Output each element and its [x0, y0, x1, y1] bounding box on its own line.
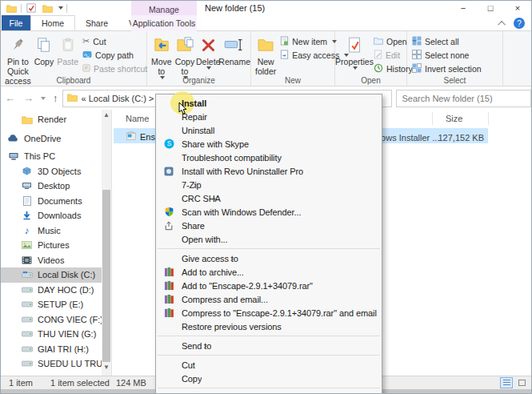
- search-input[interactable]: [397, 90, 531, 107]
- rename-button[interactable]: Rename: [220, 33, 249, 67]
- column-divider: [488, 112, 489, 125]
- sidebar-item-videos[interactable]: Videos: [1, 253, 102, 268]
- menu-item-install[interactable]: Install: [156, 96, 382, 110]
- menu-item-scan-with-defender[interactable]: Scan with Windows Defender...: [156, 205, 382, 219]
- new-folder-icon[interactable]: [41, 2, 54, 14]
- select-all-button[interactable]: Select all: [410, 34, 484, 48]
- toolbar-separator: [66, 4, 67, 13]
- folder-icon[interactable]: [5, 2, 18, 14]
- sidebar-item-giai-tri-h[interactable]: GIAI TRI (H:): [1, 342, 102, 357]
- minimize-button[interactable]: −: [450, 1, 477, 15]
- help-icon[interactable]: ?: [514, 18, 525, 29]
- scroll-up-icon[interactable]: ▲: [102, 110, 111, 119]
- forward-button[interactable]: →: [19, 92, 38, 104]
- sidebar-item-cong-viec-f[interactable]: CONG VIEC (F:): [1, 312, 102, 328]
- menu-item-share[interactable]: Share: [156, 219, 382, 232]
- sidebar-item-desktop[interactable]: Desktop: [1, 179, 102, 194]
- select-none-button[interactable]: Select none: [410, 48, 484, 62]
- quick-access-toolbar: [1, 1, 67, 15]
- sidebar-item-thu-vien-g[interactable]: THU VIEN (G:): [1, 327, 102, 342]
- menu-item-copy[interactable]: Copy: [156, 372, 382, 385]
- menu-item-crc-sha[interactable]: CRC SHA ›: [156, 191, 382, 205]
- scroll-down-icon[interactable]: ▼: [102, 362, 111, 372]
- video-icon: [21, 255, 33, 266]
- window-title: New folder (15): [205, 3, 265, 13]
- sidebar-scrollbar[interactable]: ▲ ▼: [102, 110, 111, 376]
- properties-icon[interactable]: [25, 2, 38, 14]
- paste-shortcut-button[interactable]: P Paste shortcut: [80, 62, 150, 75]
- copy-to-button[interactable]: Copy to: [174, 33, 197, 80]
- menu-item-open-with[interactable]: Open with...: [156, 232, 382, 246]
- delete-button[interactable]: Delete: [196, 33, 220, 70]
- sidebar-item-music[interactable]: ♪ Music: [1, 223, 102, 239]
- manage-tab[interactable]: Manage: [131, 1, 197, 15]
- menu-item-install-with-revo[interactable]: Install with Revo Uninstaller Pro: [156, 164, 382, 178]
- submenu-arrow-icon: ›: [203, 340, 206, 352]
- back-button[interactable]: ←: [1, 92, 19, 104]
- menu-item-give-access-to[interactable]: Give access to ›: [156, 251, 382, 265]
- view-toggles: [500, 377, 528, 388]
- cut-button[interactable]: ✂ Cut: [80, 34, 150, 48]
- details-view-button[interactable]: [500, 377, 513, 388]
- title-bar: Manage New folder (15) − □ ×: [1, 1, 531, 15]
- up-button[interactable]: ↑: [49, 92, 62, 104]
- tab-home[interactable]: Home: [30, 15, 75, 30]
- select-all-icon: [412, 36, 422, 47]
- menu-item-share-with-skype[interactable]: S Share with Skype: [156, 137, 382, 151]
- menu-item-uninstall[interactable]: Uninstall: [156, 123, 382, 137]
- large-icons-view-button[interactable]: [515, 377, 528, 388]
- properties-button[interactable]: Properties: [338, 33, 371, 70]
- sidebar-item-render[interactable]: Render: [1, 112, 102, 127]
- move-to-icon: [153, 34, 170, 56]
- menu-item-add-to-archive[interactable]: Add to archive...: [156, 265, 382, 279]
- menu-item-repair[interactable]: Repair: [156, 110, 382, 123]
- sidebar-item-suedu-lu-tru-i[interactable]: SUEDU LU TRU (I:): [1, 356, 102, 372]
- menu-item-7zip[interactable]: 7-Zip ›: [156, 178, 382, 191]
- tab-file[interactable]: File: [2, 15, 30, 30]
- new-folder-button[interactable]: New folder: [254, 33, 278, 77]
- ribbon-group-select: Select all Select none Invert selection …: [407, 31, 503, 86]
- collapse-ribbon-icon[interactable]: [498, 20, 506, 28]
- select-none-icon: [412, 50, 422, 61]
- sidebar-item-day-hoc-d[interactable]: DAY HOC (D:): [1, 283, 102, 298]
- scrollbar-thumb[interactable]: [102, 190, 110, 362]
- menu-item-compress-and-email[interactable]: Compress and email...: [156, 292, 382, 306]
- menu-item-restore-previous-versions[interactable]: Restore previous versions: [156, 320, 382, 333]
- dropdown-caret: [206, 66, 211, 70]
- paste-button[interactable]: Paste: [55, 33, 80, 67]
- copy-path-button[interactable]: Copy path: [80, 48, 150, 62]
- group-label-open: Open: [335, 76, 406, 85]
- sidebar-item-downloads[interactable]: Downloads: [1, 208, 102, 223]
- copy-to-icon: [176, 34, 194, 56]
- sidebar-item-documents[interactable]: Documents: [1, 194, 102, 209]
- rename-icon: [224, 34, 245, 56]
- column-header-size[interactable]: Size: [446, 111, 462, 126]
- maximize-button[interactable]: □: [477, 1, 504, 15]
- sidebar-item-3d-objects[interactable]: 3D Objects: [1, 164, 102, 179]
- sidebar-item-local-disk-c[interactable]: Local Disk (C:): [1, 267, 102, 283]
- invert-selection-button[interactable]: Invert selection: [410, 62, 484, 75]
- sidebar-item-this-pc[interactable]: This PC: [1, 149, 102, 164]
- sidebar-item-onedrive[interactable]: OneDrive: [1, 131, 102, 147]
- recent-locations-caret-icon[interactable]: [41, 97, 46, 100]
- copy-button[interactable]: Copy: [33, 33, 56, 67]
- move-to-button[interactable]: Move to: [150, 33, 174, 80]
- customize-toolbar-caret-icon[interactable]: [58, 6, 63, 10]
- menu-item-send-to[interactable]: Send to ›: [156, 339, 382, 352]
- drive-icon: [21, 358, 33, 369]
- sidebar-item-setup-e[interactable]: SETUP (E:): [1, 297, 102, 312]
- tab-application-tools[interactable]: Application Tools: [131, 15, 197, 31]
- menu-item-troubleshoot-compatibility[interactable]: Troubleshoot compatibility: [156, 151, 382, 164]
- menu-item-add-to-rar[interactable]: Add to "Enscape-2.9.1+34079.rar": [156, 279, 382, 292]
- tab-share[interactable]: Share: [75, 15, 118, 30]
- sidebar-item-pictures[interactable]: Pictures: [1, 238, 102, 253]
- drive-icon: [21, 328, 33, 340]
- menu-item-create-shortcut[interactable]: Create shortcut: [156, 391, 382, 394]
- menu-item-compress-to-rar-and-email[interactable]: Compress to "Enscape-2.9.1+34079.rar" an…: [156, 306, 382, 320]
- group-label-new: New: [251, 76, 334, 85]
- close-button[interactable]: ×: [504, 1, 531, 15]
- menu-item-cut[interactable]: Cut: [156, 358, 382, 372]
- group-label-organize: Organize: [147, 76, 250, 85]
- column-header-name[interactable]: Name: [126, 111, 149, 126]
- cut-icon: ✂: [82, 36, 90, 46]
